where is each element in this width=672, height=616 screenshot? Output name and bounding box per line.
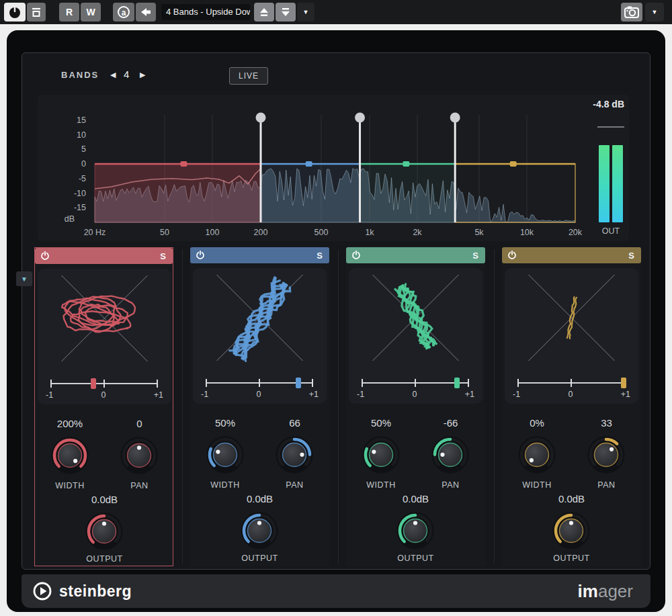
bands-decrease-button[interactable]: ◀ xyxy=(110,71,116,79)
band-power-icon[interactable] xyxy=(507,251,517,260)
crossover-handle xyxy=(450,113,460,123)
arrow-left-icon xyxy=(139,5,153,19)
svg-text:20 Hz: 20 Hz xyxy=(84,228,106,237)
width-knob[interactable] xyxy=(204,433,247,476)
bands-increase-button[interactable]: ▶ xyxy=(140,71,145,79)
correlation-scale: -10+1 xyxy=(513,390,630,399)
width-knob[interactable] xyxy=(360,433,403,476)
pan-label: PAN xyxy=(416,480,485,490)
column-divider xyxy=(182,249,183,564)
band-solo-button[interactable]: S xyxy=(317,251,323,261)
preset-menu-button[interactable]: ▼ xyxy=(297,3,314,21)
band-panel-3: S -10+1 50% -66 WIDTH PAN 0.0dB OUTPUT xyxy=(346,247,485,566)
band-power-icon[interactable] xyxy=(351,251,361,260)
write-automation-button[interactable]: W xyxy=(81,3,101,21)
out-label: OUT xyxy=(591,226,631,236)
pan-label: PAN xyxy=(572,480,641,490)
column-divider xyxy=(338,249,339,564)
bands-label: BANDS xyxy=(61,70,99,80)
spectrum-analyzer: 151050-5-10-15dB20 Hz501002005001k2k5k10… xyxy=(38,95,629,241)
correlation-marker[interactable] xyxy=(621,378,626,388)
correlation-marker[interactable] xyxy=(454,378,460,388)
pan-knob[interactable] xyxy=(118,434,161,477)
band-panel-1: S -10+1 200% 0 WIDTH PAN 0.0dB OUTPUT xyxy=(34,247,173,566)
crossover-handle xyxy=(355,113,365,123)
svg-text:2k: 2k xyxy=(413,228,422,237)
copy-a-to-b-button[interactable] xyxy=(136,3,156,21)
snapshot-button[interactable] xyxy=(621,3,642,21)
output-meter-right xyxy=(612,145,623,222)
power-icon xyxy=(7,5,22,19)
svg-text:200: 200 xyxy=(254,228,268,237)
triangle-down-icon: ▼ xyxy=(21,275,28,283)
preset-selector[interactable]: 4 Bands - Upside Down xyxy=(161,4,250,20)
band-header[interactable]: S xyxy=(502,247,641,263)
output-value: 0.0dB xyxy=(346,493,485,504)
output-knob[interactable] xyxy=(550,509,593,552)
pan-label: PAN xyxy=(260,480,329,490)
correlation-meter[interactable] xyxy=(517,377,625,389)
output-knob[interactable] xyxy=(238,509,281,552)
width-value: 200% xyxy=(35,418,105,429)
window-menu-button[interactable]: ▼ xyxy=(645,3,664,21)
svg-text:10k: 10k xyxy=(520,228,534,237)
output-value: 0.0dB xyxy=(502,493,641,504)
correlation-scale: -10+1 xyxy=(357,390,474,399)
switch-a-b-button[interactable]: a xyxy=(113,3,134,21)
band-solo-button[interactable]: S xyxy=(472,251,478,261)
band-solo-button[interactable]: S xyxy=(160,251,166,261)
output-label: OUTPUT xyxy=(35,554,174,564)
output-value: 0.0dB xyxy=(35,494,174,505)
svg-text:100: 100 xyxy=(206,228,220,237)
width-label: WIDTH xyxy=(346,480,416,490)
output-label: OUTPUT xyxy=(502,554,641,563)
band-power-icon[interactable] xyxy=(196,251,205,260)
correlation-meter[interactable] xyxy=(362,377,469,389)
band-power-icon[interactable] xyxy=(40,251,50,261)
correlation-marker[interactable] xyxy=(296,378,301,388)
collapse-panel-button[interactable]: ▼ xyxy=(16,271,32,286)
svg-text:50: 50 xyxy=(160,228,169,237)
next-preset-button[interactable] xyxy=(276,3,296,21)
output-label: OUTPUT xyxy=(346,554,485,563)
band-gain-handle xyxy=(306,161,312,167)
pan-value: 33 xyxy=(572,417,641,429)
correlation-meter[interactable] xyxy=(50,378,158,390)
pan-knob[interactable] xyxy=(273,433,316,476)
band-panel-2: S -10+1 50% 66 WIDTH PAN 0.0dB OUTPUT xyxy=(190,247,329,566)
output-knob[interactable] xyxy=(394,509,437,552)
svg-text:5: 5 xyxy=(81,144,86,154)
svg-text:500: 500 xyxy=(314,228,329,237)
footer-bar: steinberg imager xyxy=(22,574,650,608)
read-automation-button[interactable]: R xyxy=(59,3,79,21)
pan-label: PAN xyxy=(105,481,174,490)
width-knob[interactable] xyxy=(48,434,91,477)
plugin-power-button[interactable] xyxy=(4,3,26,21)
pan-knob[interactable] xyxy=(429,433,472,476)
correlation-marker[interactable] xyxy=(91,378,96,389)
live-button[interactable]: LIVE xyxy=(229,67,268,85)
bypass-button[interactable] xyxy=(27,3,46,21)
spectrum-display[interactable]: 151050-5-10-15dB20 Hz501002005001k2k5k10… xyxy=(38,95,629,241)
output-knob[interactable] xyxy=(83,510,126,553)
band-solo-button[interactable]: S xyxy=(628,251,634,261)
width-knob[interactable] xyxy=(515,433,558,476)
correlation-scale: -10+1 xyxy=(201,390,319,399)
previous-preset-button[interactable] xyxy=(254,3,274,21)
stereo-scope: -10+1 xyxy=(38,269,171,404)
width-label: WIDTH xyxy=(502,480,572,490)
stereo-scope: -10+1 xyxy=(193,268,327,404)
pan-knob[interactable] xyxy=(585,433,628,476)
band-header[interactable]: S xyxy=(35,248,173,264)
band-header[interactable]: S xyxy=(190,247,329,263)
svg-text:-10: -10 xyxy=(74,189,86,198)
band-header[interactable]: S xyxy=(346,247,485,263)
width-label: WIDTH xyxy=(190,480,260,490)
output-label: OUTPUT xyxy=(190,554,329,563)
band-gain-handle xyxy=(403,161,409,167)
lissajous-display xyxy=(38,270,171,371)
svg-text:0: 0 xyxy=(81,159,86,169)
lissajous-display xyxy=(349,269,482,370)
correlation-meter[interactable] xyxy=(206,377,313,389)
lissajous-display xyxy=(505,269,638,370)
